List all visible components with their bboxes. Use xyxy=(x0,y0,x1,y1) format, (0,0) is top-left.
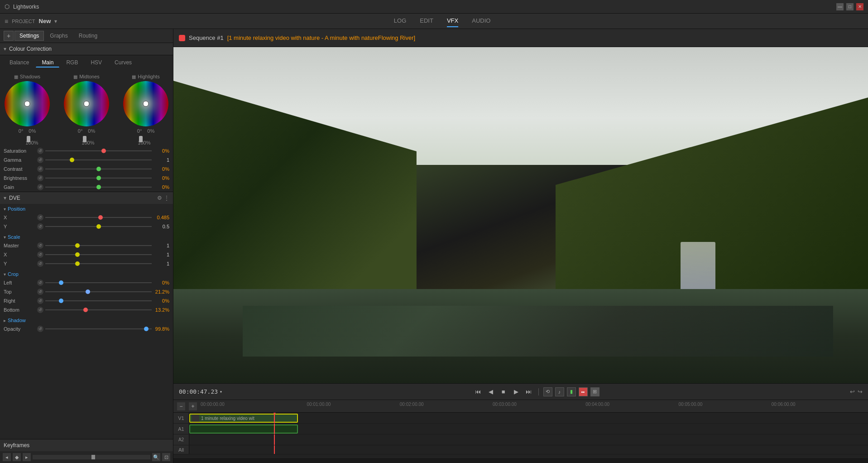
highlights-pct: 0% xyxy=(147,128,154,134)
position-x-reset-button[interactable]: ↺ xyxy=(37,214,43,221)
hamburger-icon[interactable]: ≡ xyxy=(5,18,8,25)
keyframes-timeline[interactable] xyxy=(33,455,150,459)
tab-edit[interactable]: EDIT xyxy=(420,15,433,27)
saturation-label: Saturation xyxy=(4,148,35,154)
tab-settings[interactable]: Settings xyxy=(14,31,44,41)
highlights-wheel-svg[interactable] xyxy=(123,81,168,126)
gain-reset-button[interactable]: ↺ xyxy=(37,184,43,190)
dve-collapse-icon[interactable]: ▾ xyxy=(4,195,6,201)
crop-top-slider[interactable] xyxy=(45,291,152,292)
go-to-end-button[interactable]: ⏭ xyxy=(524,387,534,397)
multi-view-button[interactable]: ⊞ xyxy=(590,387,599,396)
position-y-slider[interactable] xyxy=(45,226,152,227)
keyframe-prev-button[interactable]: ◂ xyxy=(3,453,11,461)
keyframe-next-button[interactable]: ▸ xyxy=(23,453,31,461)
project-name[interactable]: New xyxy=(39,18,51,24)
tab-curves[interactable]: Curves xyxy=(109,58,138,68)
maximize-button[interactable]: □ xyxy=(846,3,854,10)
crop-bottom-slider[interactable] xyxy=(45,309,152,310)
keyframes-section: Keyframes ◂ ◆ ▸ 🔍 ⊡ xyxy=(0,439,173,463)
play-button[interactable]: ▶ xyxy=(511,387,521,397)
a1-clip[interactable] xyxy=(189,424,298,434)
go-to-start-button[interactable]: ⏮ xyxy=(473,387,483,397)
keyframe-zoom-in-button[interactable]: 🔍 xyxy=(152,453,160,461)
bottom-scroll[interactable] xyxy=(173,458,868,463)
tab-main[interactable]: Main xyxy=(36,58,59,68)
contrast-reset-button[interactable]: ↺ xyxy=(37,166,43,172)
highlights-master-pct: 100% xyxy=(135,140,151,145)
step-back-button[interactable]: ◀ xyxy=(486,387,496,397)
brightness-label: Brightness xyxy=(4,175,35,181)
shadows-wheel-svg[interactable] xyxy=(5,81,50,126)
dve-section: ▾ DVE ⚙ ⋮ ▾ Position X ↺ xyxy=(0,192,173,334)
arrow-right-icon[interactable]: ↪ xyxy=(858,388,863,395)
position-header[interactable]: ▾ Position xyxy=(0,205,173,213)
midtones-wheel-svg[interactable] xyxy=(64,81,109,126)
shadow-opacity-reset-button[interactable]: ↺ xyxy=(37,326,43,332)
level-button[interactable]: ▮ xyxy=(567,387,576,396)
brightness-slider[interactable] xyxy=(45,178,152,178)
shadow-opacity-slider[interactable] xyxy=(45,328,152,329)
audio-button[interactable]: ♪ xyxy=(555,387,564,396)
scale-x-reset-button[interactable]: ↺ xyxy=(37,251,43,258)
saturation-slider[interactable] xyxy=(45,150,152,151)
tab-rgb[interactable]: RGB xyxy=(60,58,84,68)
crop-left-slider[interactable] xyxy=(45,282,152,283)
tab-routing[interactable]: Routing xyxy=(74,31,102,41)
v1-clip[interactable]: 1 minute relaxing video wit xyxy=(189,414,298,423)
crop-header[interactable]: ▾ Crop xyxy=(0,270,173,278)
timecode-dropdown-icon[interactable]: ▾ xyxy=(220,389,222,394)
track-v1-content[interactable]: 1 minute relaxing video wit xyxy=(189,413,868,423)
grid-view-button[interactable]: ▪▪ xyxy=(579,387,588,396)
zoom-in-button[interactable]: + xyxy=(189,402,197,410)
crop-top-reset-button[interactable]: ↺ xyxy=(37,289,43,295)
stop-button[interactable]: ■ xyxy=(499,387,508,397)
app-name: Lightworks xyxy=(13,4,39,10)
scale-master-slider[interactable] xyxy=(45,245,152,246)
position-y-label: Y xyxy=(4,224,35,229)
brightness-reset-button[interactable]: ↺ xyxy=(37,175,43,181)
add-panel-button[interactable]: + xyxy=(4,31,14,41)
scale-y-slider[interactable] xyxy=(45,263,152,264)
zoom-out-button[interactable]: − xyxy=(177,402,185,410)
gain-slider[interactable] xyxy=(45,187,152,188)
track-a1-content[interactable] xyxy=(189,424,868,434)
loop-button[interactable]: ⟲ xyxy=(543,387,552,396)
track-a2-content[interactable] xyxy=(189,434,868,445)
gamma-slider[interactable] xyxy=(45,159,152,160)
gamma-reset-button[interactable]: ↺ xyxy=(37,157,43,163)
timeline-playhead[interactable] xyxy=(274,413,275,423)
dve-settings-icon[interactable]: ⚙ xyxy=(157,195,162,201)
crop-right-reset-button[interactable]: ↺ xyxy=(37,298,43,304)
position-x-slider[interactable] xyxy=(45,217,152,218)
scale-master-reset-button[interactable]: ↺ xyxy=(37,242,43,249)
project-dropdown-icon[interactable]: ▾ xyxy=(54,18,57,24)
tab-hsv[interactable]: HSV xyxy=(85,58,108,68)
tab-audio[interactable]: AUDIO xyxy=(472,15,490,27)
contrast-slider[interactable] xyxy=(45,169,152,169)
dve-more-icon[interactable]: ⋮ xyxy=(164,195,169,201)
colour-correction-header[interactable]: ▾ Colour Correction xyxy=(0,43,173,55)
main-layout: + Settings Graphs Routing ▾ Colour Corre… xyxy=(0,29,868,463)
scale-header[interactable]: ▾ Scale xyxy=(0,233,173,241)
keyframe-zoom-fit-button[interactable]: ⊡ xyxy=(162,453,170,461)
scale-y-reset-button[interactable]: ↺ xyxy=(37,260,43,267)
keyframe-add-button[interactable]: ◆ xyxy=(13,453,21,461)
crop-bottom-reset-button[interactable]: ↺ xyxy=(37,307,43,313)
minimize-button[interactable]: — xyxy=(836,3,844,10)
tab-log[interactable]: LOG xyxy=(394,15,406,27)
crop-left-reset-button[interactable]: ↺ xyxy=(37,280,43,286)
tab-balance[interactable]: Balance xyxy=(4,58,35,68)
close-button[interactable]: ✕ xyxy=(856,3,863,10)
arrow-left-icon[interactable]: ↩ xyxy=(850,388,855,395)
scale-x-slider[interactable] xyxy=(45,254,152,255)
position-y-reset-button[interactable]: ↺ xyxy=(37,223,43,230)
saturation-reset-button[interactable]: ↺ xyxy=(37,148,43,154)
tab-vfx[interactable]: VFX xyxy=(447,15,458,27)
crop-right-slider[interactable] xyxy=(45,300,152,301)
timeline-playhead-all xyxy=(274,445,275,454)
midtones-icon: ▦ xyxy=(73,74,77,79)
track-all-content[interactable] xyxy=(189,445,868,454)
shadow-header[interactable]: ▸ Shadow xyxy=(0,316,173,324)
tab-graphs[interactable]: Graphs xyxy=(45,31,72,41)
